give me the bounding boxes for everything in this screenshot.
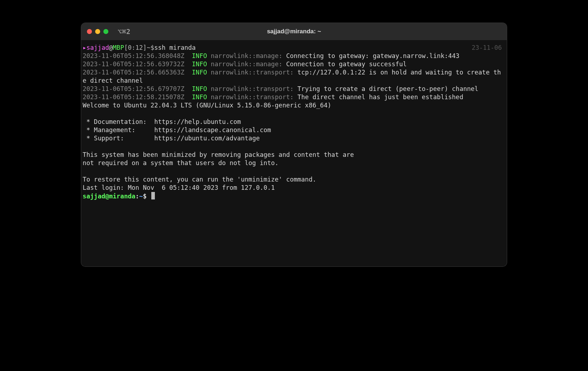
log-level: INFO bbox=[192, 85, 207, 92]
motd-welcome: Welcome to Ubuntu 22.04.3 LTS (GNU/Linux… bbox=[83, 101, 504, 110]
motd-minimized: not required on a system that users do n… bbox=[83, 159, 504, 167]
prompt-meta: [0:12] bbox=[124, 44, 147, 51]
log-module: narrowlink::transport: bbox=[211, 93, 294, 101]
remote-sep: : bbox=[136, 193, 139, 200]
minimize-icon[interactable] bbox=[95, 29, 100, 34]
log-line: 2023-11-06T05:12:58.215078Z INFO narrowl… bbox=[83, 93, 504, 101]
remote-prompt: sajjad@miranda:~$ bbox=[83, 192, 504, 201]
terminal-window: ⌥⌘2 sajjad@miranda: ~ 23-11-06▸sajjad@MB… bbox=[81, 23, 507, 266]
prompt-host: MBP bbox=[113, 44, 124, 51]
prompt-dollar: $ bbox=[151, 44, 155, 51]
log-timestamp: 2023-11-06T05:12:56.679707Z bbox=[83, 85, 184, 92]
traffic-lights bbox=[87, 29, 108, 34]
window-title: sajjad@miranda: ~ bbox=[267, 28, 321, 35]
log-line: 2023-11-06T05:12:56.679707Z INFO narrowl… bbox=[83, 85, 504, 93]
motd-lastlogin: Last login: Mon Nov 6 05:12:40 2023 from… bbox=[83, 184, 504, 192]
remote-dollar: $ bbox=[143, 193, 151, 200]
log-timestamp: 2023-11-06T05:12:58.215078Z bbox=[83, 93, 184, 101]
prompt-date: 23-11-06 bbox=[472, 44, 502, 52]
close-icon[interactable] bbox=[87, 29, 92, 34]
log-message: The direct channel has just been establi… bbox=[298, 93, 464, 101]
log-level: INFO bbox=[192, 93, 207, 101]
motd-mgmt: * Management: https://landscape.canonica… bbox=[83, 126, 504, 134]
session-indicator: ⌥⌘2 bbox=[118, 28, 131, 35]
terminal-body[interactable]: 23-11-06▸sajjad@MBP[0:12]~$ssh miranda20… bbox=[81, 40, 507, 266]
zoom-icon[interactable] bbox=[103, 29, 108, 34]
log-timestamp: 2023-11-06T05:12:56.639732Z bbox=[83, 61, 184, 68]
log-message: Connection to gateway successful bbox=[286, 61, 407, 68]
log-message: Connecting to gateway: gateway.narrow.li… bbox=[286, 52, 460, 59]
prompt-line: ▸sajjad@MBP[0:12]~$ssh miranda bbox=[83, 44, 504, 52]
prompt-at: @ bbox=[109, 44, 113, 51]
log-line: 2023-11-06T05:12:56.665363Z INFO narrowl… bbox=[83, 68, 504, 85]
log-module: narrowlink::manage: bbox=[211, 52, 282, 59]
log-module: narrowlink::manage: bbox=[211, 61, 282, 68]
motd-support: * Support: https://ubuntu.com/advantage bbox=[83, 134, 504, 143]
log-timestamp: 2023-11-06T05:12:56.368048Z bbox=[83, 52, 184, 59]
remote-path: ~ bbox=[139, 193, 143, 200]
window-titlebar[interactable]: ⌥⌘2 sajjad@miranda: ~ bbox=[81, 23, 507, 40]
prompt-path: ~ bbox=[147, 44, 151, 51]
log-level: INFO bbox=[192, 52, 207, 59]
log-timestamp: 2023-11-06T05:12:56.665363Z bbox=[83, 69, 184, 76]
log-module: narrowlink::transport: bbox=[211, 85, 294, 92]
log-message: Trying to create a direct (peer-to-peer)… bbox=[298, 85, 479, 92]
log-level: INFO bbox=[192, 69, 207, 76]
cursor-icon[interactable] bbox=[151, 192, 155, 199]
log-line: 2023-11-06T05:12:56.368048Z INFO narrowl… bbox=[83, 52, 504, 60]
motd-restore: To restore this content, you can run the… bbox=[83, 175, 504, 184]
prompt-caret-icon: ▸ bbox=[83, 44, 87, 51]
motd-minimized: This system has been minimized by removi… bbox=[83, 151, 504, 159]
log-module: narrowlink::transport: bbox=[211, 69, 294, 76]
remote-userhost: sajjad@miranda bbox=[83, 193, 136, 200]
prompt-user: sajjad bbox=[87, 44, 109, 51]
log-level: INFO bbox=[192, 61, 207, 68]
motd-doc: * Documentation: https://help.ubuntu.com bbox=[83, 118, 504, 126]
log-line: 2023-11-06T05:12:56.639732Z INFO narrowl… bbox=[83, 60, 504, 68]
typed-command: ssh miranda bbox=[154, 44, 196, 51]
